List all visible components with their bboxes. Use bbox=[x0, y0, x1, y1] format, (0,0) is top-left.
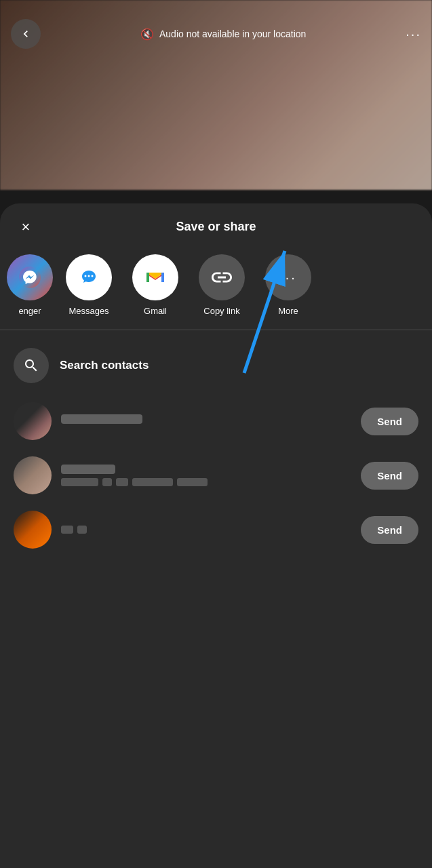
close-button[interactable]: × bbox=[14, 215, 38, 239]
more-options-icon[interactable]: ··· bbox=[406, 26, 421, 42]
blur-1 bbox=[61, 478, 98, 486]
blur-3 bbox=[116, 478, 128, 486]
contact-avatar-3 bbox=[14, 511, 52, 549]
messages-icon-circle bbox=[66, 254, 112, 300]
messages-label: Messages bbox=[68, 306, 109, 316]
send-button-3[interactable]: Send bbox=[361, 516, 418, 544]
app-item-messenger[interactable]: enger bbox=[7, 254, 53, 316]
apps-row: enger Messages bbox=[0, 248, 432, 330]
app-item-gmail[interactable]: Gmail bbox=[125, 254, 186, 316]
contact-name-1 bbox=[61, 414, 142, 424]
svg-point-3 bbox=[88, 275, 90, 277]
contact-avatar-2 bbox=[14, 456, 52, 494]
search-contacts-label: Search contacts bbox=[60, 359, 149, 372]
contact-row-1: Send bbox=[0, 394, 432, 448]
contact-row-3: Send bbox=[0, 502, 432, 557]
audio-notice-text: Audio not available in your location bbox=[159, 28, 306, 39]
gmail-icon-circle bbox=[132, 254, 178, 300]
send-button-1[interactable]: Send bbox=[361, 408, 418, 435]
blur-5 bbox=[177, 478, 208, 486]
audio-notice-area: 🔇 Audio not available in your location bbox=[140, 28, 306, 41]
messenger-icon-circle bbox=[7, 254, 53, 300]
copylink-label: Copy link bbox=[203, 306, 239, 316]
contact-row-2: Send bbox=[0, 448, 432, 502]
search-contacts-row[interactable]: Search contacts bbox=[0, 337, 432, 394]
section-divider bbox=[0, 330, 432, 330]
back-icon bbox=[19, 27, 33, 41]
blur-7 bbox=[77, 526, 87, 534]
blur-2 bbox=[102, 478, 112, 486]
search-icon bbox=[23, 357, 39, 374]
contact-sub-3 bbox=[61, 526, 351, 534]
back-button[interactable] bbox=[11, 19, 41, 49]
top-right-menu[interactable]: ··· bbox=[406, 26, 421, 42]
contact-name-2 bbox=[61, 465, 115, 474]
app-item-messages[interactable]: Messages bbox=[58, 254, 119, 316]
sheet-header: × Save or share bbox=[0, 203, 432, 248]
more-label: More bbox=[278, 306, 298, 316]
search-icon-circle bbox=[14, 348, 49, 383]
svg-point-2 bbox=[85, 275, 87, 277]
contact-info-1 bbox=[61, 414, 351, 428]
more-icon-circle: ··· bbox=[265, 254, 311, 300]
contact-sub-2 bbox=[61, 478, 351, 486]
contact-avatar-1 bbox=[14, 402, 52, 440]
blur-4 bbox=[132, 478, 173, 486]
app-item-more[interactable]: ··· More bbox=[258, 254, 319, 316]
sheet-title: Save or share bbox=[176, 220, 256, 234]
messenger-icon bbox=[18, 265, 42, 290]
copylink-icon-circle bbox=[199, 254, 245, 300]
audio-off-icon: 🔇 bbox=[140, 28, 154, 41]
gmail-icon bbox=[141, 263, 170, 292]
svg-point-0 bbox=[19, 267, 41, 288]
top-bar: 🔇 Audio not available in your location ·… bbox=[0, 0, 432, 54]
more-ellipsis-icon: ··· bbox=[279, 270, 297, 285]
blur-6 bbox=[61, 526, 73, 534]
messages-icon bbox=[75, 264, 102, 291]
gmail-label: Gmail bbox=[144, 306, 167, 316]
copy-link-icon bbox=[210, 265, 234, 290]
app-item-copylink[interactable]: Copy link bbox=[191, 254, 252, 316]
svg-point-4 bbox=[92, 275, 94, 277]
contact-info-2 bbox=[61, 465, 351, 486]
send-button-2[interactable]: Send bbox=[361, 462, 418, 490]
contact-info-3 bbox=[61, 526, 351, 534]
messenger-label: enger bbox=[18, 306, 41, 316]
bottom-sheet: × Save or share en bbox=[0, 203, 432, 868]
